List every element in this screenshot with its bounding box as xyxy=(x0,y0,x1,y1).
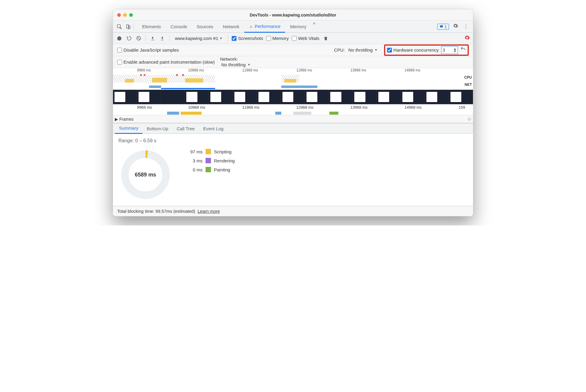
inspect-icon[interactable] xyxy=(115,22,124,31)
save-profile-button[interactable] xyxy=(159,35,166,42)
tab-memory[interactable]: Memory xyxy=(285,21,311,33)
filmstrip-frame[interactable] xyxy=(377,90,401,104)
screenshot-filmstrip[interactable] xyxy=(113,90,473,104)
tab-console[interactable]: Console xyxy=(166,21,192,33)
filmstrip-frame[interactable] xyxy=(449,90,473,104)
warning-icon: ▲ xyxy=(249,24,253,29)
memory-toggle[interactable]: Memory xyxy=(266,36,289,41)
tab-network[interactable]: Network xyxy=(218,21,244,33)
legend-label: Rendering xyxy=(214,158,235,163)
detail-ruler: 9968 ms 10968 ms 11968 ms 12968 ms 13968… xyxy=(113,104,473,111)
chevron-icon: » xyxy=(313,21,316,26)
ruler-tick: 13968 ms xyxy=(350,68,366,72)
paint-instrumentation-toggle[interactable]: Enable advanced paint instrumentation (s… xyxy=(117,59,215,65)
legend-item-painting: 0 ms Painting xyxy=(185,167,235,172)
filmstrip-frame[interactable] xyxy=(425,90,449,104)
capture-options-row-1: Disable JavaScript samples CPU: No throt… xyxy=(113,44,473,56)
legend-value: 0 ms xyxy=(185,167,203,172)
network-throttle-group: Network: No throttling ▼ xyxy=(220,56,252,68)
settings-icon[interactable] xyxy=(452,23,459,30)
reload-record-button[interactable] xyxy=(126,35,132,42)
device-toggle-icon[interactable] xyxy=(124,22,133,31)
timeline-overview[interactable]: 9968 ms 10968 ms 11968 ms 12968 ms 13968… xyxy=(113,68,473,104)
memory-checkbox[interactable] xyxy=(266,36,271,41)
kebab-menu-icon[interactable]: ⋮ xyxy=(462,23,469,30)
filmstrip-frame[interactable] xyxy=(161,90,185,104)
hw-concurrency-checkbox[interactable] xyxy=(387,48,392,53)
hw-concurrency-input[interactable]: 3 ▲▼ xyxy=(441,46,458,54)
page-selector[interactable]: www.kapwing.com #1 ▼ xyxy=(173,36,224,41)
legend-value: 3 ms xyxy=(185,158,203,163)
hw-reset-button[interactable] xyxy=(460,47,466,53)
webvitals-checkbox[interactable] xyxy=(292,36,297,41)
filmstrip-frame[interactable] xyxy=(329,90,353,104)
legend-swatch xyxy=(206,149,211,154)
ruler-tick: 14968 ms xyxy=(404,68,420,72)
cpu-script-blob xyxy=(284,79,296,83)
devtools-window: DevTools - www.kapwing.com/studio/editor… xyxy=(113,9,473,216)
tab-label: Performance xyxy=(255,24,281,29)
overview-lanes[interactable]: CPU NET xyxy=(113,74,473,90)
webvitals-toggle[interactable]: Web Vitals xyxy=(292,36,319,41)
load-profile-button[interactable] xyxy=(149,35,156,42)
scrollbar-thumb[interactable] xyxy=(468,117,471,121)
tab-summary[interactable]: Summary xyxy=(115,123,142,134)
network-throttle-select[interactable]: No throttling ▼ xyxy=(220,62,252,68)
tab-bottom-up[interactable]: Bottom-Up xyxy=(142,123,172,134)
frames-section-header[interactable]: ▶ Frames xyxy=(113,115,473,123)
cpu-throttle-group: CPU: No throttling ▼ xyxy=(334,47,379,53)
filmstrip-frame[interactable] xyxy=(185,90,209,104)
ruler-tick: 12968 ms xyxy=(296,68,312,72)
tab-label: Console xyxy=(171,24,187,29)
capture-settings-icon[interactable] xyxy=(464,35,470,42)
ruler-tick: 14968 ms xyxy=(404,105,422,110)
filmstrip-frame[interactable] xyxy=(113,90,137,104)
record-button[interactable] xyxy=(116,35,123,42)
tab-performance[interactable]: ▲Performance xyxy=(244,21,285,33)
tbt-label: Total blocking time: 99.57ms (estimated) xyxy=(117,209,195,214)
detail-track[interactable] xyxy=(113,111,473,115)
clear-button[interactable] xyxy=(135,35,142,42)
divider xyxy=(145,35,146,41)
tab-sources[interactable]: Sources xyxy=(192,21,218,33)
chevron-down-icon: ▼ xyxy=(374,48,377,52)
filmstrip-frame[interactable] xyxy=(137,90,161,104)
collect-garbage-button[interactable] xyxy=(322,35,329,42)
overview-ruler: 9968 ms 10968 ms 11968 ms 12968 ms 13968… xyxy=(113,68,473,74)
cpu-throttle-select[interactable]: No throttling ▼ xyxy=(347,47,379,53)
chevron-down-icon: ▼ xyxy=(247,63,250,66)
hardware-concurrency-toggle[interactable]: Hardware concurrency xyxy=(387,47,439,53)
filmstrip-frame[interactable] xyxy=(353,90,377,104)
paint-checkbox[interactable] xyxy=(117,60,122,65)
messages-count: 1 xyxy=(444,24,447,29)
learn-more-link[interactable]: Learn more xyxy=(198,209,220,214)
ruler-tick: 9968 ms xyxy=(137,105,152,110)
cpu-script-blob xyxy=(152,78,167,83)
filmstrip-frame[interactable] xyxy=(401,90,425,104)
filmstrip-frame[interactable] xyxy=(257,90,281,104)
divider xyxy=(133,24,134,30)
filmstrip-frame[interactable] xyxy=(281,90,305,104)
filmstrip-frame[interactable] xyxy=(209,90,233,104)
disable-js-samples-toggle[interactable]: Disable JavaScript samples xyxy=(117,47,179,53)
track-segment xyxy=(293,112,311,115)
donut-total: 6589 ms xyxy=(118,148,172,202)
tab-event-log[interactable]: Event Log xyxy=(199,123,228,134)
filmstrip-frame[interactable] xyxy=(233,90,257,104)
tab-call-tree[interactable]: Call Tree xyxy=(172,123,199,134)
ruler-tick: 11968 ms xyxy=(242,68,258,72)
disclosure-triangle-icon[interactable]: ▶ xyxy=(115,117,118,122)
filmstrip-frame[interactable] xyxy=(305,90,329,104)
screenshots-toggle[interactable]: Screenshots xyxy=(232,36,263,41)
summary-footer: Total blocking time: 99.57ms (estimated)… xyxy=(113,206,473,216)
summary-range: Range: 0 – 6.59 s xyxy=(118,138,468,143)
tab-elements[interactable]: Elements xyxy=(137,21,166,33)
disable-js-checkbox[interactable] xyxy=(117,48,122,53)
stepper-icon[interactable]: ▲▼ xyxy=(453,48,456,53)
titlebar: DevTools - www.kapwing.com/studio/editor xyxy=(113,9,473,21)
messages-badge[interactable]: 1 xyxy=(437,24,449,30)
more-tabs-button[interactable]: » xyxy=(311,21,317,33)
selection-range[interactable] xyxy=(161,88,215,89)
screenshots-checkbox[interactable] xyxy=(232,36,237,41)
legend-swatch xyxy=(206,167,211,172)
